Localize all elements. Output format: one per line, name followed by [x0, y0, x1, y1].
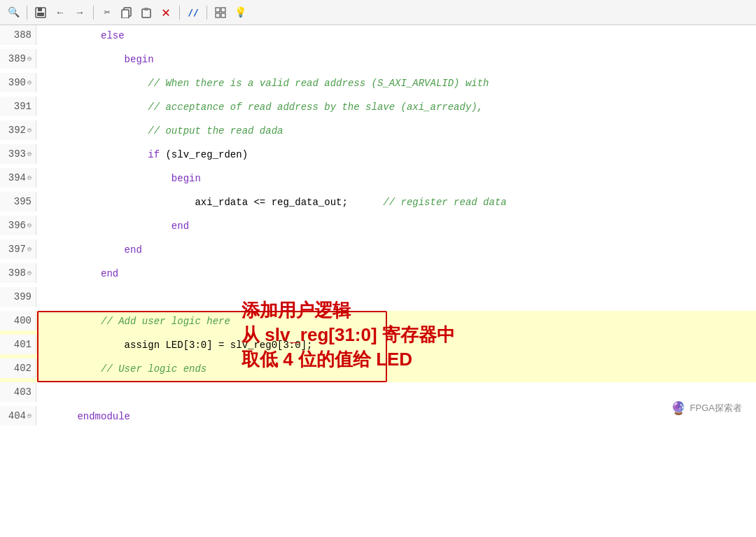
- line-num-label: 402: [14, 363, 31, 374]
- line-content-404: endmodule: [36, 406, 756, 428]
- line-content-398: end: [36, 263, 756, 286]
- collapse-397[interactable]: ⊖: [27, 245, 31, 253]
- collapse-392[interactable]: ⊖: [27, 126, 31, 134]
- watermark: 🔮 FPGA探索者: [671, 400, 742, 416]
- collapse-398[interactable]: ⊖: [27, 269, 31, 277]
- collapse-389[interactable]: ⊖: [27, 55, 31, 63]
- line-content-388: else: [36, 25, 756, 48]
- svg-rect-9: [216, 13, 220, 18]
- toolbar-separator-3: [179, 6, 180, 20]
- line-num-label: 404: [8, 410, 26, 421]
- line-content-391: // acceptance of read address by the sla…: [36, 97, 756, 119]
- line-content-389: begin: [36, 49, 756, 71]
- line-number-392: 392 ⊖: [0, 120, 36, 140]
- line-num-label: 388: [14, 29, 31, 41]
- toolbar-separator-2: [93, 6, 94, 20]
- svg-rect-6: [144, 8, 148, 11]
- line-number-389: 389 ⊖: [0, 49, 36, 69]
- delete-icon[interactable]: ✕: [158, 5, 174, 20]
- grid-icon[interactable]: [213, 5, 228, 20]
- line-num-label: 403: [14, 386, 31, 398]
- code-line-388: 388 else: [0, 25, 756, 49]
- line-number-390: 390 ⊖: [0, 73, 36, 92]
- line-content-392: // output the read dada: [36, 120, 756, 143]
- line-number-393: 393 ⊖: [0, 144, 36, 164]
- line-number-404: 404 ⊖: [0, 406, 36, 426]
- line-num-label: 392: [8, 125, 26, 136]
- toolbar-separator-4: [206, 6, 207, 20]
- code-line-400: 400 // Add user logic here: [0, 311, 756, 335]
- line-number-395: 395: [0, 192, 36, 211]
- comment-icon[interactable]: //: [186, 5, 201, 20]
- copy-icon[interactable]: [119, 5, 134, 20]
- line-num-label: 397: [8, 244, 26, 255]
- svg-rect-4: [122, 10, 129, 18]
- back-icon[interactable]: ←: [52, 5, 68, 20]
- collapse-394[interactable]: ⊖: [27, 174, 31, 182]
- code-line-394: 394 ⊖ begin: [0, 168, 756, 192]
- line-number-398: 398 ⊖: [0, 263, 36, 283]
- line-num-label: 390: [8, 77, 26, 88]
- svg-rect-7: [216, 8, 220, 12]
- paste-icon[interactable]: [139, 5, 154, 20]
- code-line-401: 401 assign LED[3:0] = slv_reg0[3:0];: [0, 335, 756, 358]
- line-num-label: 391: [14, 101, 31, 112]
- code-line-403: 403: [0, 382, 756, 406]
- code-line-393: 393 ⊖ if (slv_reg_rden): [0, 144, 756, 168]
- code-line-392: 392 ⊖ // output the read dada: [0, 120, 756, 144]
- code-line-395: 395 axi_rdata <= reg_data_out; // regist…: [0, 192, 756, 216]
- code-line-398: 398 ⊖ end: [0, 263, 756, 287]
- code-line-402: 402 // User logic ends: [0, 358, 756, 382]
- line-num-label: 396: [8, 220, 26, 231]
- line-number-403: 403: [0, 382, 36, 402]
- line-num-label: 399: [14, 291, 31, 302]
- forward-icon[interactable]: →: [72, 5, 88, 20]
- line-number-391: 391: [0, 97, 36, 116]
- line-number-388: 388: [0, 25, 36, 45]
- svg-rect-1: [38, 8, 42, 11]
- line-content-396: end: [36, 216, 756, 238]
- line-content-397: end: [36, 239, 756, 262]
- code-line-399: 399: [0, 287, 756, 311]
- line-content-395: axi_rdata <= reg_data_out; // register r…: [36, 192, 756, 214]
- line-content-401: assign LED[3:0] = slv_reg0[3:0];: [36, 335, 756, 357]
- collapse-396[interactable]: ⊖: [27, 221, 31, 230]
- code-line-391: 391 // acceptance of read address by the…: [0, 97, 756, 120]
- toolbar: 🔍 ← → ✂ ✕ // 💡: [0, 0, 756, 25]
- line-num-label: 389: [8, 53, 26, 64]
- line-content-402: // User logic ends: [36, 358, 756, 381]
- line-number-402: 402: [0, 358, 36, 378]
- save-icon[interactable]: [33, 5, 48, 20]
- line-content-403: [36, 382, 756, 391]
- line-number-397: 397 ⊖: [0, 239, 36, 259]
- line-num-label: 400: [14, 315, 31, 326]
- line-num-label: 398: [8, 267, 26, 279]
- svg-rect-10: [221, 13, 225, 18]
- collapse-404[interactable]: ⊖: [27, 412, 31, 420]
- line-num-label: 395: [14, 196, 31, 207]
- line-content-390: // When there is a valid read address (S…: [36, 73, 756, 95]
- code-line-396: 396 ⊖ end: [0, 216, 756, 239]
- line-number-401: 401: [0, 335, 36, 354]
- code-line-397: 397 ⊖ end: [0, 239, 756, 263]
- line-number-400: 400: [0, 311, 36, 330]
- toolbar-separator: [27, 6, 27, 20]
- line-num-label: 394: [8, 172, 26, 183]
- collapse-390[interactable]: ⊖: [27, 78, 31, 87]
- line-content-393: if (slv_reg_rden): [36, 144, 756, 167]
- line-content-399: [36, 287, 756, 295]
- line-content-400: // Add user logic here: [36, 311, 756, 333]
- code-line-389: 389 ⊖ begin: [0, 49, 756, 73]
- line-number-399: 399: [0, 287, 36, 307]
- cut-icon[interactable]: ✂: [99, 5, 115, 20]
- line-content-394: begin: [36, 168, 756, 190]
- collapse-393[interactable]: ⊖: [27, 150, 31, 158]
- code-editor: 388 else 389 ⊖ begin 390 ⊖ // When there…: [0, 25, 756, 430]
- search-icon[interactable]: 🔍: [6, 5, 21, 20]
- svg-rect-8: [221, 8, 225, 12]
- bulb-icon[interactable]: 💡: [232, 5, 248, 20]
- line-num-label: 401: [14, 339, 31, 350]
- svg-rect-2: [37, 13, 44, 16]
- watermark-icon: 🔮: [671, 400, 686, 416]
- line-number-396: 396 ⊖: [0, 216, 36, 235]
